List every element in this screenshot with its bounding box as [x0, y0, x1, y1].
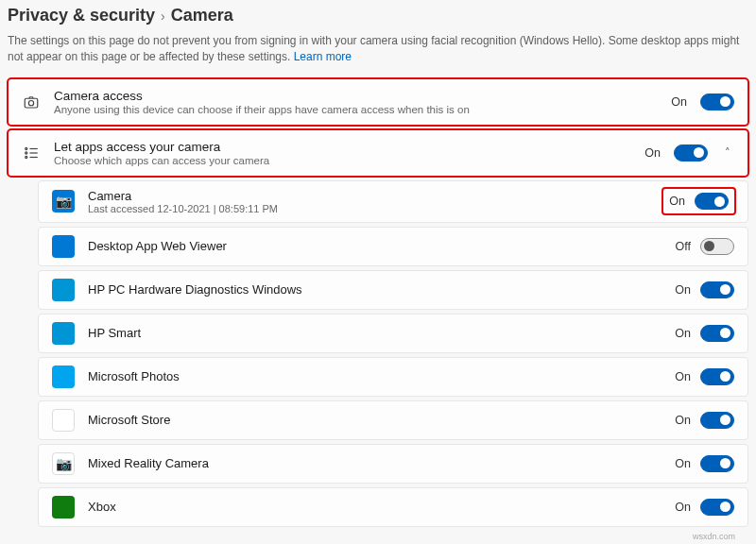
app-name-label: Desktop App Web Viewer	[88, 239, 662, 253]
breadcrumb[interactable]: Privacy & security › Camera	[8, 6, 748, 26]
app-icon: 📷	[52, 452, 75, 475]
app-toggle[interactable]	[700, 281, 734, 298]
app-row: 📷Mixed Reality CameraOn	[38, 444, 748, 484]
app-text: HP Smart	[88, 326, 662, 340]
app-toggle[interactable]	[700, 325, 734, 342]
watermark: wsxdn.com	[693, 532, 735, 541]
app-text: Microsoft Photos	[88, 369, 662, 383]
app-row: HP PC Hardware Diagnostics WindowsOn	[38, 270, 748, 310]
app-name-label: HP Smart	[88, 326, 662, 340]
panel-text: Let apps access your camera Choose which…	[54, 140, 631, 166]
app-icon	[52, 322, 75, 345]
let-apps-toggle[interactable]	[674, 144, 708, 162]
toggle-group: On	[675, 325, 734, 342]
app-text: Xbox	[88, 500, 662, 514]
app-icon: 📷	[52, 190, 75, 212]
chevron-right-icon: ›	[161, 8, 165, 24]
app-name-label: Mixed Reality Camera	[88, 456, 662, 470]
toggle-state-label: On	[675, 457, 691, 470]
page-description: The settings on this page do not prevent…	[0, 29, 756, 75]
app-row: 🛍Microsoft StoreOn	[38, 400, 748, 440]
app-toggle[interactable]	[700, 238, 734, 255]
panel-subtitle: Anyone using this device can choose if t…	[54, 104, 658, 115]
toggle-state-label: On	[675, 370, 691, 383]
panel-text: Camera access Anyone using this device c…	[54, 89, 658, 115]
page-header: Privacy & security › Camera	[0, 0, 756, 29]
breadcrumb-parent[interactable]: Privacy & security	[8, 6, 155, 26]
svg-point-2	[26, 147, 27, 149]
toggle-group: On	[675, 499, 734, 516]
toggle-state-label: On	[669, 195, 685, 208]
app-toggle[interactable]	[700, 368, 734, 385]
panel-title: Let apps access your camera	[54, 140, 631, 154]
camera-icon	[22, 93, 41, 111]
app-row: Desktop App Web ViewerOff	[38, 227, 748, 266]
app-name-label: Microsoft Store	[88, 413, 662, 427]
description-text: The settings on this page do not prevent…	[8, 34, 739, 63]
chevron-up-icon[interactable]: ˄	[721, 146, 734, 159]
toggle-group: On	[663, 189, 734, 213]
toggle-group: On	[675, 455, 734, 472]
let-apps-access-panel[interactable]: Let apps access your camera Choose which…	[8, 129, 748, 177]
app-icon	[52, 279, 75, 301]
app-name-label: Camera	[88, 189, 650, 203]
app-row: HP SmartOn	[38, 314, 748, 353]
app-name-label: Microsoft Photos	[88, 369, 662, 383]
svg-rect-0	[25, 98, 38, 108]
app-subtitle: Last accessed 12-10-2021 | 08:59:11 PM	[88, 203, 650, 214]
camera-access-panel[interactable]: Camera access Anyone using this device c…	[8, 78, 748, 126]
toggle-state-label: On	[675, 283, 691, 297]
toggle-group: Off	[676, 238, 734, 255]
app-icon: 🛍	[52, 409, 75, 432]
svg-point-4	[26, 156, 27, 158]
toggle-state-label: On	[675, 414, 691, 427]
app-toggle[interactable]	[695, 193, 729, 210]
app-toggle[interactable]	[700, 499, 734, 516]
app-toggle[interactable]	[700, 412, 734, 429]
toggle-state-label: On	[675, 501, 691, 514]
app-row: XboxOn	[38, 487, 748, 527]
learn-more-link[interactable]: Learn more	[294, 50, 352, 63]
toggle-group: On	[675, 412, 734, 429]
panel-subtitle: Choose which apps can access your camera	[54, 155, 631, 166]
app-text: HP PC Hardware Diagnostics Windows	[88, 282, 662, 297]
app-text: Microsoft Store	[88, 413, 662, 427]
toggle-state-label: On	[675, 327, 691, 340]
camera-access-toggle[interactable]	[700, 94, 734, 110]
toggle-group: On	[675, 281, 734, 298]
app-text: Desktop App Web Viewer	[88, 239, 662, 253]
app-name-label: HP PC Hardware Diagnostics Windows	[88, 282, 662, 297]
app-text: Mixed Reality Camera	[88, 456, 662, 470]
svg-point-1	[28, 100, 33, 105]
app-text: CameraLast accessed 12-10-2021 | 08:59:1…	[88, 189, 650, 214]
toggle-state-label: On	[644, 146, 661, 160]
app-icon	[52, 235, 75, 258]
app-row: Microsoft PhotosOn	[38, 357, 748, 397]
toggle-group: On	[675, 368, 734, 385]
list-settings-icon	[22, 144, 41, 162]
app-row: 📷CameraLast accessed 12-10-2021 | 08:59:…	[38, 180, 748, 223]
toggle-state-label: On	[671, 95, 687, 109]
svg-point-3	[26, 152, 27, 154]
breadcrumb-current: Camera	[171, 6, 233, 26]
toggle-state-label: Off	[676, 240, 691, 253]
app-icon	[52, 496, 75, 518]
panel-title: Camera access	[54, 89, 658, 103]
app-toggle[interactable]	[700, 455, 734, 472]
app-icon	[52, 366, 75, 388]
app-name-label: Xbox	[88, 500, 662, 514]
